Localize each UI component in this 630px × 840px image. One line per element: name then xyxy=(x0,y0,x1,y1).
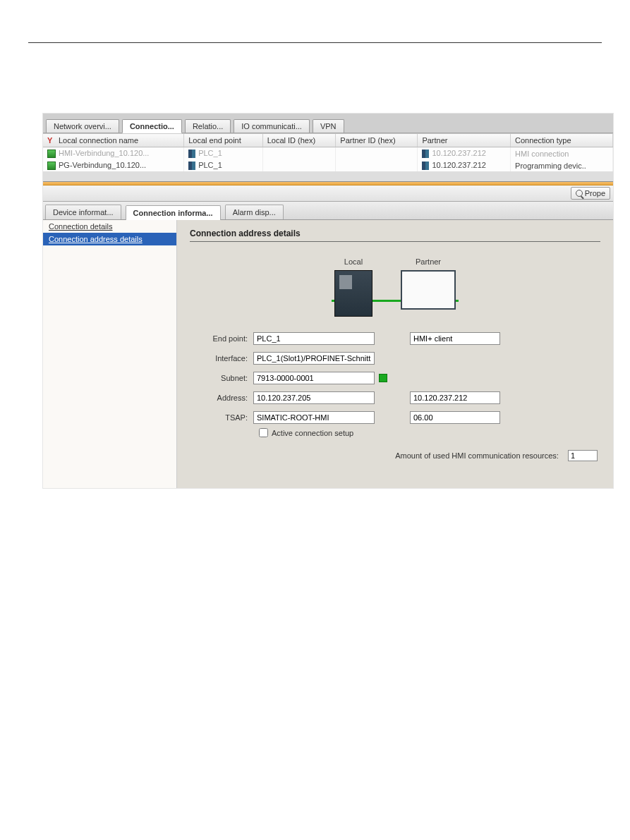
input-local-interface[interactable] xyxy=(253,352,375,365)
col-partner[interactable]: Partner xyxy=(418,134,511,147)
input-partner-end-point[interactable] xyxy=(410,332,500,345)
col-partner-id[interactable]: Partner ID (hex) xyxy=(336,134,418,147)
cell-endpoint: PLC_1 xyxy=(198,149,222,157)
search-icon xyxy=(576,190,583,197)
tab-relations[interactable]: Relatio... xyxy=(185,119,231,133)
tab-alarm-display[interactable]: Alarm disp... xyxy=(225,205,284,219)
cell-partner: 10.120.237.212 xyxy=(432,161,485,169)
diagram-local-label: Local xyxy=(334,257,372,266)
label-tsap: TSAP: xyxy=(190,413,253,422)
plc-icon xyxy=(188,150,195,158)
input-local-subnet[interactable] xyxy=(253,372,375,384)
connection-diagram: Local Partner xyxy=(190,257,600,317)
plc-icon xyxy=(188,162,195,170)
cell-partner-id xyxy=(336,147,418,160)
cell-type: HMI connection xyxy=(511,147,613,160)
cell-type: Programming devic.. xyxy=(511,159,613,171)
cell-endpoint: PLC_1 xyxy=(198,161,222,169)
cell-local-id xyxy=(262,147,336,160)
tab-connections[interactable]: Connectio... xyxy=(122,119,182,133)
tab-vpn[interactable]: VPN xyxy=(313,119,344,133)
diagram-partner-label: Partner xyxy=(401,257,456,266)
lower-tab-bar: Device informat... Connection informa...… xyxy=(43,202,613,220)
label-address: Address: xyxy=(190,394,253,402)
tab-io-communication[interactable]: IO communicati... xyxy=(234,119,310,133)
col-local-end-point[interactable]: Local end point xyxy=(184,134,262,147)
cell-name: PG-Verbindung_10.120... xyxy=(59,161,146,169)
cell-local-id xyxy=(262,159,336,171)
side-nav: Connection details Connection address de… xyxy=(43,220,177,488)
cell-partner: 10.120.237.212 xyxy=(432,149,485,157)
input-local-end-point[interactable] xyxy=(253,332,375,345)
input-local-tsap[interactable] xyxy=(253,411,375,424)
top-tab-bar: Network overvi... Connectio... Relatio..… xyxy=(43,114,613,133)
label-active-connection: Active connection setup xyxy=(272,429,353,437)
connections-table: YLocal connection name Local end point L… xyxy=(43,133,613,171)
sidebar-item-connection-address-details[interactable]: Connection address details xyxy=(43,233,176,245)
main-content: Connection details Connection address de… xyxy=(43,220,613,488)
properties-button[interactable]: Prope xyxy=(571,187,610,200)
table-row[interactable]: HMI-Verbindung_10.120... PLC_1 10.120.23… xyxy=(43,147,613,160)
properties-label: Prope xyxy=(585,189,605,197)
sidebar-item-connection-details[interactable]: Connection details xyxy=(43,220,176,233)
tab-network-overview[interactable]: Network overvi... xyxy=(46,119,119,133)
input-partner-tsap[interactable] xyxy=(410,411,500,424)
col-local-conn-name[interactable]: YLocal connection name xyxy=(43,134,184,147)
label-amount-hmi-resources: Amount of used HMI communication resourc… xyxy=(395,451,559,460)
hmi-device-icon xyxy=(401,270,456,310)
device-icon xyxy=(422,162,429,170)
address-form: End point: Interface: Subnet: Address: xyxy=(190,332,600,461)
filter-icon: Y xyxy=(47,136,56,145)
cell-name: HMI-Verbindung_10.120... xyxy=(59,149,149,157)
panel-title: Connection address details xyxy=(190,229,600,242)
app-window: Network overvi... Connectio... Relatio..… xyxy=(42,113,614,489)
input-local-address[interactable] xyxy=(253,391,375,404)
tab-connection-information[interactable]: Connection informa... xyxy=(126,205,221,220)
device-icon xyxy=(422,150,429,158)
label-subnet: Subnet: xyxy=(190,374,253,382)
connection-icon xyxy=(47,162,56,170)
properties-strip: Prope xyxy=(43,185,613,202)
cell-partner-id xyxy=(336,159,418,171)
subnet-indicator-icon xyxy=(379,374,387,382)
label-interface: Interface: xyxy=(190,354,253,363)
connection-icon xyxy=(47,150,56,158)
input-partner-address[interactable] xyxy=(410,391,500,404)
details-panel: Connection address details Local Partner… xyxy=(177,220,613,488)
page-rule xyxy=(28,42,602,43)
table-header-row: YLocal connection name Local end point L… xyxy=(43,134,613,147)
label-end-point: End point: xyxy=(190,334,253,343)
table-row[interactable]: PG-Verbindung_10.120... PLC_1 10.120.237… xyxy=(43,159,613,171)
col-conn-type[interactable]: Connection type xyxy=(511,134,613,147)
col-local-id[interactable]: Local ID (hex) xyxy=(262,134,336,147)
checkbox-active-connection[interactable] xyxy=(259,428,268,437)
input-amount-hmi-resources[interactable] xyxy=(568,450,598,461)
tab-device-information[interactable]: Device informat... xyxy=(45,205,121,219)
plc-device-icon xyxy=(334,270,372,317)
